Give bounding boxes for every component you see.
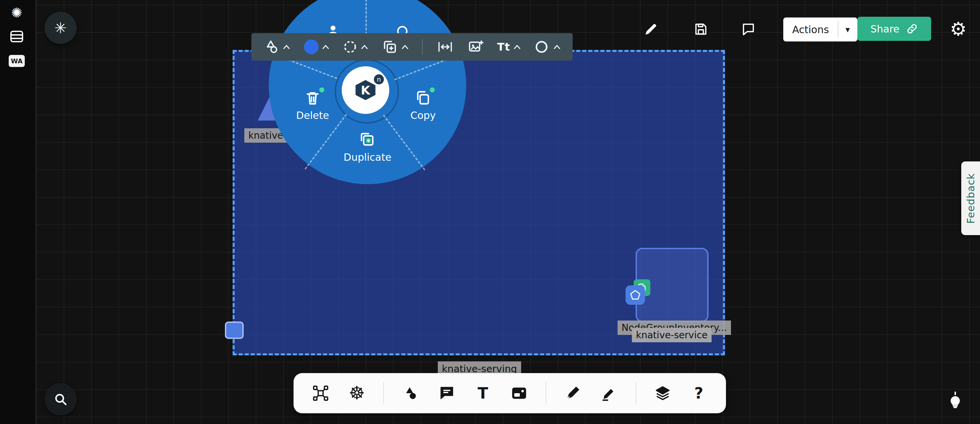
pencil-icon	[644, 22, 659, 37]
flow-nodes-icon	[312, 385, 329, 402]
dock-divider	[383, 382, 384, 404]
flow-diagram-tool[interactable]	[311, 381, 330, 405]
caret-down-icon[interactable]: ▾	[838, 18, 857, 41]
chevron-up-icon	[514, 44, 521, 49]
add-image-button[interactable]	[468, 39, 484, 55]
toolbar-divider	[422, 39, 423, 54]
resize-width-button[interactable]	[436, 40, 454, 54]
contextual-edit-toolbar: Tt	[251, 33, 573, 61]
image-tool[interactable]	[509, 381, 529, 405]
shapes-icon	[402, 385, 419, 402]
opacity-dropdown[interactable]	[535, 39, 561, 54]
zone-resize-handle[interactable]	[225, 322, 243, 339]
color-swatch-blue	[304, 40, 319, 54]
node-shape-icon	[263, 39, 280, 55]
text-style-label: Tt	[497, 40, 510, 53]
service-pentagon-icon	[625, 285, 645, 305]
resize-horizontal-icon	[436, 40, 454, 54]
spark-assistant-button[interactable]: ✳	[45, 12, 76, 44]
kubernetes-letter: K	[361, 83, 370, 97]
magnifier-icon	[53, 392, 68, 406]
knative-service-label[interactable]: knative-service	[632, 328, 711, 342]
lamp-icon	[946, 390, 965, 409]
save-floppy-icon	[694, 22, 708, 37]
ellipse-icon	[535, 39, 550, 54]
actions-label: Actions	[784, 18, 838, 41]
node-style-dropdown[interactable]	[263, 39, 290, 55]
copy-plus-icon	[382, 39, 398, 55]
copy-icon	[414, 89, 432, 107]
layers-icon	[654, 385, 671, 402]
radial-center-kubernetes-node[interactable]: K n	[342, 66, 389, 114]
chevron-up-icon	[361, 44, 368, 49]
radial-item-copy[interactable]: Copy	[386, 89, 460, 121]
copy-status-dot	[430, 88, 435, 92]
actions-dropdown-button[interactable]: Actions ▾	[783, 18, 858, 41]
link-icon	[906, 23, 918, 35]
radial-duplicate-label: Duplicate	[344, 151, 391, 163]
comment-tool[interactable]	[437, 381, 457, 405]
duplicate-icon	[358, 131, 377, 149]
chevron-up-icon	[283, 44, 290, 49]
border-style-dropdown[interactable]	[343, 40, 368, 54]
kubernetes-hexagon-icon: K	[355, 80, 377, 100]
highlighter-icon	[600, 385, 617, 402]
lamp-button[interactable]	[942, 386, 969, 413]
highlighter-tool[interactable]	[599, 381, 619, 405]
dock-divider	[546, 382, 546, 404]
trash-icon	[304, 89, 321, 107]
chevron-up-icon	[553, 44, 561, 49]
feedback-label: Feedback	[965, 173, 977, 224]
edit-button[interactable]	[642, 20, 660, 38]
comments-button[interactable]	[739, 20, 757, 38]
dashed-circle-icon	[343, 40, 358, 54]
feedback-tab[interactable]: Feedback	[961, 161, 980, 235]
comment-icon	[439, 385, 455, 402]
radial-copy-label: Copy	[410, 110, 436, 121]
comment-bubble-icon	[741, 22, 756, 37]
pen-icon	[564, 385, 581, 402]
text-style-dropdown[interactable]: Tt	[497, 40, 521, 53]
chevron-up-icon	[401, 44, 409, 49]
app-sidebar: ✺ WA	[0, 0, 36, 424]
radial-item-duplicate[interactable]: Duplicate	[331, 131, 404, 163]
share-label: Share	[870, 23, 900, 35]
radial-delete-label: Delete	[296, 110, 329, 121]
namespace-badge: n	[374, 74, 384, 84]
duplicate-style-dropdown[interactable]	[382, 39, 409, 55]
settings-gear-icon[interactable]: ⚙	[948, 18, 969, 40]
wa-workspace-badge[interactable]: WA	[9, 55, 25, 67]
projects-archive-icon[interactable]	[9, 29, 25, 45]
chevron-up-icon	[322, 44, 329, 49]
text-tool[interactable]: T	[473, 381, 493, 405]
share-button[interactable]: Share	[858, 17, 931, 41]
image-card-icon	[511, 385, 528, 402]
pen-tool[interactable]	[563, 381, 582, 405]
help-tool[interactable]: ?	[689, 381, 708, 405]
save-button[interactable]	[692, 20, 710, 38]
fill-color-dropdown[interactable]	[304, 40, 329, 54]
kubernetes-tool[interactable]: ☸	[347, 381, 366, 405]
shapes-tool[interactable]	[401, 381, 420, 405]
layers-tool[interactable]	[653, 381, 672, 405]
zoom-button[interactable]	[45, 383, 76, 415]
tools-dock: ☸ T ?	[294, 373, 726, 413]
dock-divider	[636, 382, 636, 404]
image-add-icon	[468, 39, 484, 55]
radial-item-delete[interactable]: Delete	[276, 89, 349, 121]
app-logo-icon[interactable]: ✺	[7, 3, 26, 22]
delete-status-dot	[319, 88, 325, 92]
